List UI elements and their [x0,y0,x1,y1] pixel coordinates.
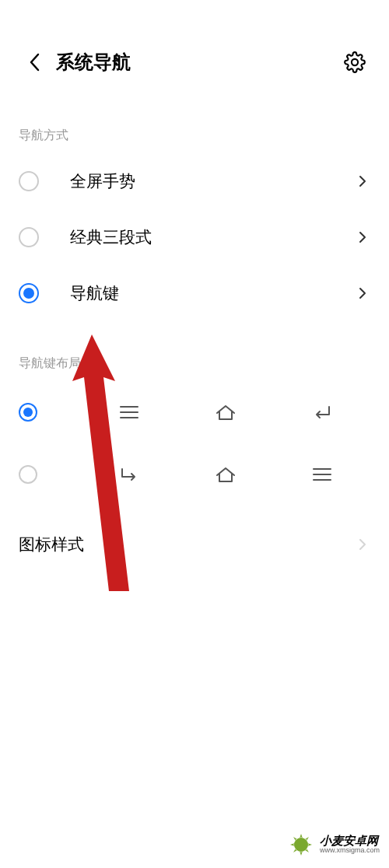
back-icon [308,398,336,426]
option-nav-keys[interactable]: 导航键 [0,265,389,321]
chevron-right-icon [355,229,370,245]
back-button[interactable] [19,47,50,78]
nav-icons-group [65,398,370,426]
chevron-right-icon [355,537,370,552]
option-label: 经典三段式 [70,226,355,248]
watermark-url: www.xmsigma.com [320,847,380,855]
home-icon [212,398,240,426]
home-icon [212,460,240,488]
option-classic-three[interactable]: 经典三段式 [0,209,389,265]
section-label-nav-method: 导航方式 [0,109,389,153]
option-label: 全屏手势 [70,170,355,192]
chevron-right-icon [355,173,370,189]
icon-style-row[interactable]: 图标样式 [0,513,389,576]
watermark-logo-icon [287,831,315,859]
menu-icon [308,460,336,488]
settings-button[interactable] [339,47,370,78]
radio-unselected [19,465,37,484]
option-fullscreen-gesture[interactable]: 全屏手势 [0,153,389,209]
menu-icon [115,398,143,426]
radio-unselected [19,171,39,191]
radio-selected [19,403,37,422]
nav-layout-section: 导航键布局 [0,337,389,506]
svg-point-6 [294,838,308,852]
radio-selected [19,283,39,303]
gear-icon [344,51,366,73]
chevron-left-icon [29,53,40,72]
chevron-right-icon [355,285,370,301]
watermark: 小麦安卓网 www.xmsigma.com [287,831,380,859]
layout-option-2[interactable] [0,443,389,506]
page-title: 系统导航 [56,50,131,75]
icon-style-label: 图标样式 [19,534,355,555]
layout-option-1[interactable] [0,381,389,443]
watermark-text: 小麦安卓网 www.xmsigma.com [320,835,380,855]
watermark-name: 小麦安卓网 [320,835,380,848]
header: 系统导航 [0,0,389,93]
radio-unselected [19,227,39,247]
section-label-nav-layout: 导航键布局 [0,337,389,381]
back-icon [115,460,143,488]
option-label: 导航键 [70,282,355,304]
nav-icons-group [65,460,370,488]
